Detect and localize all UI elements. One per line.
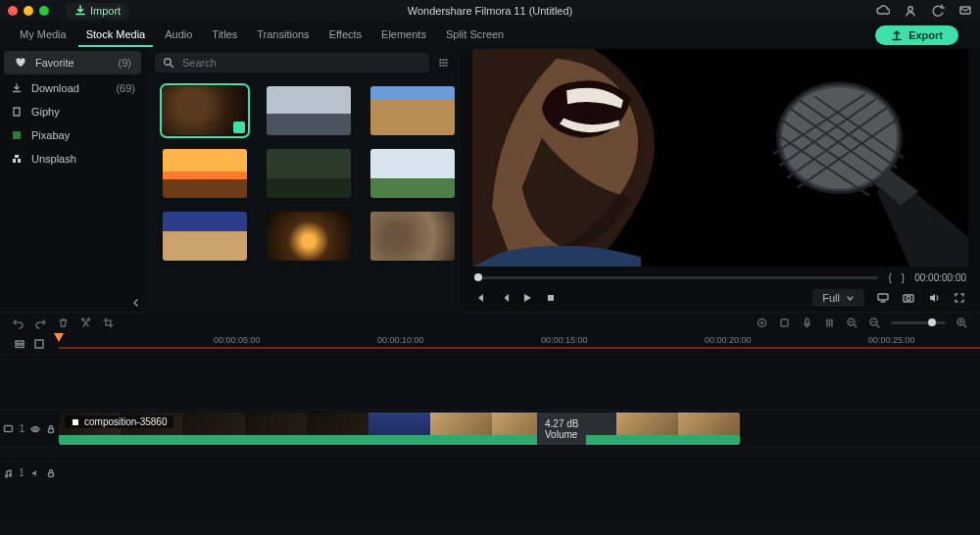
sidebar-item-label: Download — [31, 82, 79, 94]
tab-my-media[interactable]: My Media — [12, 24, 74, 47]
video-track-head[interactable]: 1 — [0, 411, 59, 447]
export-button[interactable]: Export — [875, 25, 958, 45]
source-sidebar: Favorite (9) Download (69) Giphy Pixabay… — [0, 49, 145, 312]
redo-button[interactable] — [34, 316, 47, 329]
preview-viewport[interactable] — [472, 49, 968, 267]
tab-transitions[interactable]: Transitions — [249, 24, 317, 47]
media-thumb[interactable] — [163, 149, 247, 198]
empty-track-row — [0, 355, 980, 410]
audio-track[interactable] — [59, 462, 980, 484]
render-button[interactable] — [778, 316, 791, 329]
fullscreen-icon[interactable] — [953, 291, 966, 305]
tab-effects[interactable]: Effects — [321, 24, 369, 47]
media-grid — [145, 76, 461, 312]
stop-button[interactable] — [545, 292, 557, 304]
tab-stock-media[interactable]: Stock Media — [78, 24, 154, 47]
mixer-button[interactable] — [823, 316, 836, 329]
clip-audio-lane[interactable] — [59, 435, 740, 445]
playhead[interactable] — [54, 333, 64, 342]
collapse-sidebar-button[interactable] — [0, 294, 145, 312]
media-thumb[interactable] — [370, 212, 455, 261]
tab-elements[interactable]: Elements — [373, 24, 434, 47]
zoom-slider[interactable] — [891, 321, 946, 324]
clip-video-icon — [71, 417, 80, 427]
video-track[interactable]: composition-35860 4.27 dB Volume — [59, 411, 980, 447]
undo-button[interactable] — [12, 316, 24, 329]
search-field[interactable] — [180, 56, 421, 70]
prev-frame-button[interactable] — [474, 292, 486, 304]
svg-point-4 — [165, 59, 172, 66]
sidebar-item-label: Unsplash — [31, 153, 76, 165]
import-label: Import — [90, 5, 121, 17]
split-button[interactable] — [79, 316, 92, 329]
tab-split-screen[interactable]: Split Screen — [438, 24, 512, 47]
svg-point-20 — [829, 323, 831, 325]
sidebar-item-favorite[interactable]: Favorite (9) — [4, 51, 141, 74]
media-thumb[interactable] — [163, 86, 247, 135]
lock-icon[interactable] — [46, 424, 56, 434]
maximize-window-icon[interactable] — [39, 6, 49, 16]
window-controls[interactable] — [8, 6, 49, 16]
titlebar: Import Wondershare Filmora 11 (Untitled) — [0, 0, 980, 22]
media-thumb[interactable] — [267, 86, 351, 135]
sidebar-item-giphy[interactable]: Giphy — [0, 100, 145, 123]
sidebar-item-pixabay[interactable]: Pixabay — [0, 123, 145, 147]
search-icon — [163, 57, 174, 69]
voiceover-button[interactable] — [801, 316, 813, 329]
clip-label: composition-35860 — [65, 415, 173, 428]
track-view-a-button[interactable] — [14, 338, 25, 350]
audio-track-row: 1 — [0, 461, 980, 484]
audio-track-head[interactable]: 1 — [0, 462, 59, 484]
heart-icon — [14, 57, 27, 69]
sidebar-item-download[interactable]: Download (69) — [0, 76, 145, 100]
tab-titles[interactable]: Titles — [204, 24, 245, 47]
zoom-out-button[interactable] — [868, 316, 881, 329]
speaker-icon[interactable] — [30, 468, 40, 478]
display-icon[interactable] — [876, 291, 890, 305]
sidebar-item-unsplash[interactable]: Unsplash — [0, 147, 145, 170]
timeline-ruler[interactable]: 00:00:05:00 00:00:10:00 00:00:15:00 00:0… — [59, 333, 980, 355]
cloud-icon[interactable] — [876, 4, 890, 18]
preview-scrubber[interactable] — [474, 276, 878, 279]
tab-audio[interactable]: Audio — [157, 24, 200, 47]
crop-button[interactable] — [102, 316, 115, 329]
svg-point-21 — [831, 320, 833, 322]
account-icon[interactable] — [904, 4, 917, 18]
media-thumb[interactable] — [267, 149, 351, 198]
ruler-tick: 00:00:10:00 — [377, 335, 424, 345]
media-thumb[interactable] — [267, 212, 351, 261]
track-view-b-button[interactable] — [33, 338, 45, 350]
eye-icon[interactable] — [30, 424, 40, 434]
snapshot-icon[interactable] — [902, 291, 915, 305]
grid-view-icon[interactable] — [437, 56, 451, 70]
ruler-tick: 00:00:25:00 — [868, 335, 915, 345]
refresh-icon[interactable] — [931, 4, 945, 18]
zoom-in-button[interactable] — [956, 316, 968, 329]
volume-icon[interactable] — [927, 291, 941, 305]
svg-rect-25 — [16, 341, 24, 344]
message-icon[interactable] — [958, 4, 972, 18]
mark-in-bracket[interactable]: { — [888, 272, 891, 283]
delete-button[interactable] — [57, 316, 70, 329]
media-thumb[interactable] — [370, 86, 455, 135]
timeline-clip[interactable]: composition-35860 4.27 dB Volume — [59, 413, 740, 445]
lock-icon[interactable] — [46, 468, 56, 478]
spacer-row — [0, 447, 980, 461]
media-tabbar: My Media Stock Media Audio Titles Transi… — [0, 22, 980, 49]
media-thumb[interactable] — [370, 149, 455, 198]
close-window-icon[interactable] — [8, 6, 18, 16]
step-back-button[interactable] — [498, 292, 510, 304]
search-input[interactable] — [155, 53, 429, 73]
minimize-window-icon[interactable] — [24, 6, 33, 16]
svg-rect-3 — [13, 131, 21, 139]
import-button[interactable]: Import — [67, 3, 128, 19]
mark-out-bracket[interactable]: } — [902, 272, 905, 283]
play-button[interactable] — [521, 292, 533, 304]
export-label: Export — [908, 29, 943, 41]
quality-dropdown[interactable]: Full — [812, 289, 864, 307]
video-track-row: 1 — [0, 410, 980, 447]
zoom-fit-button[interactable] — [846, 316, 858, 329]
media-thumb[interactable] — [163, 212, 247, 261]
marker-button[interactable] — [756, 316, 768, 329]
sidebar-item-label: Giphy — [31, 106, 60, 118]
